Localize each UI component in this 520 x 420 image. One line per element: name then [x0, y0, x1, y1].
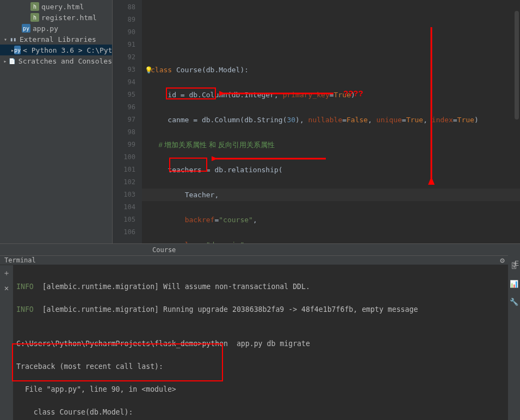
- code-line-92: canme = db.Column(db.String(30), nullabl…: [151, 114, 520, 126]
- html-file-icon: h: [30, 2, 39, 11]
- code-line-89: [151, 39, 520, 51]
- tree-item-scratches[interactable]: ▸📄Scratches and Consoles: [0, 55, 112, 66]
- terminal-output[interactable]: INFO [alembic.runtime.migration] Will as…: [13, 265, 520, 420]
- code-area[interactable]: class Course(db.Model): id = db.Column(d…: [142, 0, 520, 243]
- tree-item-query-html[interactable]: hquery.html: [0, 1, 112, 12]
- code-line-93: # 增加关系属性 和 反向引用关系属性: [151, 139, 520, 151]
- code-line-95: Teacher,: [142, 189, 520, 201]
- python-icon: py: [14, 46, 21, 54]
- annotation-question-marks: ????: [343, 87, 363, 99]
- tree-item-register-html[interactable]: hregister.html: [0, 12, 112, 23]
- code-line-97: lazy="dynamic": [151, 239, 520, 243]
- code-line-91: id = db.Column(db.Integer, primary_key=T…: [151, 89, 520, 101]
- python-file-icon: py: [22, 24, 30, 33]
- maven-tool-icon[interactable]: 🔧: [510, 298, 518, 306]
- library-icon: ▮▮: [9, 35, 17, 43]
- terminal-tab-bar[interactable]: Terminal ⚙ —: [0, 255, 520, 265]
- chevron-right-icon: ▸: [2, 58, 8, 64]
- terminal-toolbar: ＋ ✕: [0, 265, 13, 420]
- event-log-letter: E: [515, 260, 519, 267]
- add-terminal-icon[interactable]: ＋: [3, 268, 10, 278]
- terminal-title: Terminal: [4, 256, 500, 264]
- right-tool-strip: 🗄 📊 🔧: [508, 255, 520, 420]
- project-sidebar[interactable]: hquery.html hregister.html pyapp.py ▾▮▮E…: [0, 0, 113, 243]
- sciview-tool-icon[interactable]: 📊: [510, 280, 518, 288]
- tree-item-external-libraries[interactable]: ▾▮▮External Libraries: [0, 34, 112, 45]
- code-line-88: [151, 14, 520, 26]
- code-line-96: backref="course",: [151, 214, 520, 226]
- code-line-90: class Course(db.Model):: [151, 64, 520, 76]
- close-terminal-icon[interactable]: ✕: [4, 284, 9, 292]
- tree-item-python-sdk[interactable]: ▸py< Python 3.6 > C:\Python: [0, 45, 112, 55]
- line-gutter: 8889909192939495969798991001011021031041…: [113, 0, 142, 243]
- breadcrumb[interactable]: Course: [0, 243, 520, 255]
- scratch-icon: 📄: [8, 57, 16, 65]
- tree-item-app-py[interactable]: pyapp.py: [0, 23, 112, 34]
- chevron-down-icon: ▾: [2, 36, 9, 42]
- editor-scrollbar[interactable]: [515, 11, 519, 120]
- code-editor[interactable]: 8889909192939495969798991001011021031041…: [113, 0, 520, 243]
- code-line-94: teachers = db.relationship(: [151, 164, 520, 176]
- gear-icon[interactable]: ⚙: [500, 256, 504, 265]
- html-file-icon: h: [30, 13, 39, 22]
